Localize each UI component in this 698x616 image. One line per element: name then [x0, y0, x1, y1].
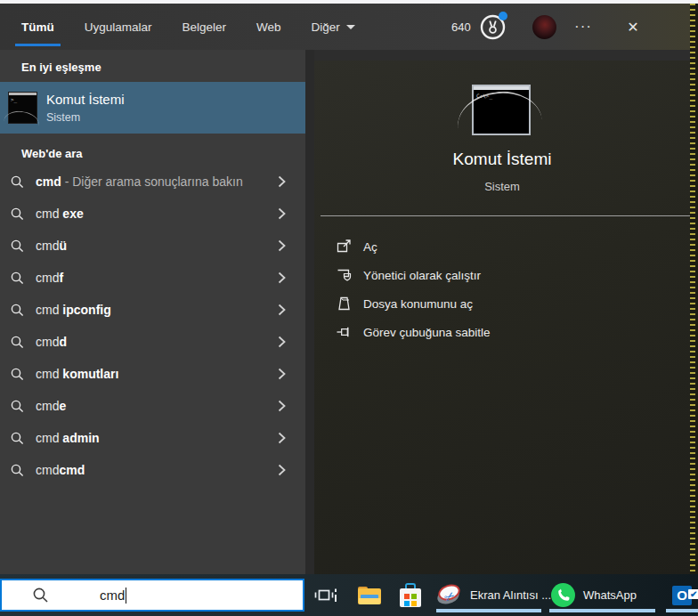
web-suggestion-row[interactable]: cmd exe	[0, 198, 305, 230]
tab-web-label: Web	[256, 20, 281, 34]
action-label: Dosya konumunu aç	[363, 297, 473, 311]
chevron-right-icon[interactable]	[278, 207, 286, 220]
chevron-right-icon[interactable]	[278, 272, 286, 284]
results-panel: En iyi eşleşme Komut İstemi Sistem Web'd…	[0, 50, 305, 579]
snip-sketch-label: Ekran Alıntısı ...	[470, 588, 551, 602]
desktop-background-sliver	[690, 4, 698, 574]
close-button[interactable]: ✕	[617, 4, 649, 50]
action-label: Yönetici olarak çalıştır	[363, 269, 481, 282]
preview-separator	[321, 215, 690, 216]
microsoft-store-button[interactable]	[400, 574, 421, 616]
file-explorer-button[interactable]	[358, 574, 381, 616]
chevron-right-icon[interactable]	[278, 464, 286, 476]
tab-more[interactable]: Diğer	[312, 4, 355, 50]
preview-action-dosya-konumunu-a-[interactable]: Dosya konumunu aç	[314, 289, 690, 318]
search-icon	[11, 400, 24, 413]
search-icon	[11, 336, 24, 349]
windows-search-screen: Tümü Uygulamalar Belgeler Web Diğer 640	[0, 0, 698, 616]
best-match-title: Komut İstemi	[46, 92, 125, 107]
suggestion-text: cmdü	[36, 239, 67, 253]
search-icon	[11, 464, 24, 477]
web-suggestion-row[interactable]: cmdcmd	[0, 454, 305, 486]
search-icon	[11, 304, 24, 317]
panel-divider-top	[314, 50, 690, 61]
more-options-button[interactable]: ···	[574, 4, 592, 50]
user-avatar[interactable]	[532, 15, 556, 39]
search-icon	[11, 239, 24, 253]
best-match-header: En iyi eşleşme	[21, 61, 101, 74]
rewards-badge[interactable]: 640	[451, 4, 507, 50]
web-suggestion-row[interactable]: cmd - Diğer arama sonuçlarına bakın	[0, 166, 305, 198]
ellipsis-icon: ···	[574, 18, 592, 36]
running-indicator-outlook	[666, 609, 698, 612]
web-search-header: Web'de ara	[21, 147, 83, 160]
suggestion-text: cmd - Diğer arama sonuçlarına bakın	[36, 174, 243, 189]
preview-action-g-rev-ubu-una-sabitle[interactable]: Görev çubuğuna sabitle	[314, 318, 690, 346]
icon-titlebar	[474, 86, 529, 90]
chevron-right-icon[interactable]	[278, 368, 286, 380]
web-suggestion-row[interactable]: cmdd	[0, 326, 305, 358]
web-suggestion-row[interactable]: cmd ipconfig	[0, 294, 305, 326]
tab-web[interactable]: Web	[256, 4, 281, 50]
file-explorer-icon	[358, 587, 381, 604]
search-icon	[11, 272, 24, 285]
suggestion-text: cmd admin	[36, 431, 100, 445]
preview-app-title: Komut İstemi	[314, 150, 690, 169]
search-filter-header: Tümü Uygulamalar Belgeler Web Diğer 640	[0, 4, 690, 50]
microsoft-store-icon	[400, 583, 421, 607]
outlook-icon: O ✔	[672, 586, 698, 605]
pin-to-taskbar-icon	[337, 325, 352, 339]
chevron-right-icon[interactable]	[278, 304, 286, 316]
rewards-medal-icon	[479, 13, 507, 41]
filter-tabs: Tümü Uygulamalar Belgeler Web Diğer	[21, 4, 355, 50]
preview-action-y-netici-olarak-al-t-r[interactable]: Yönetici olarak çalıştır	[314, 261, 690, 289]
suggestion-text: cmd ipconfig	[36, 303, 111, 317]
search-query-text: cmd	[100, 588, 126, 604]
panel-divider	[305, 50, 314, 579]
web-suggestion-row[interactable]: cmdü	[0, 230, 305, 262]
chevron-right-icon[interactable]	[278, 400, 286, 412]
best-match-subtitle: Sistem	[46, 111, 125, 124]
snip-sketch-icon: ✂	[437, 583, 462, 607]
running-indicator-snip	[436, 609, 541, 612]
open-file-location-icon	[337, 296, 352, 311]
web-suggestion-row[interactable]: cmd admin	[0, 422, 305, 454]
search-input[interactable]: cmd	[0, 579, 304, 612]
chevron-right-icon[interactable]	[278, 432, 286, 444]
open-icon	[337, 239, 352, 254]
search-icon	[32, 587, 49, 604]
preview-panel: Komut İstemi Sistem AçYönetici olarak ça…	[314, 61, 690, 579]
task-view-button[interactable]	[313, 574, 337, 616]
action-list: AçYönetici olarak çalıştırDosya konumunu…	[314, 232, 690, 346]
suggestion-text: cmd exe	[36, 207, 84, 221]
search-query-value: cmd	[100, 588, 125, 603]
best-match-result[interactable]: Komut İstemi Sistem	[0, 82, 305, 134]
search-icon	[11, 432, 24, 445]
tab-more-label: Diğer	[312, 20, 340, 34]
notification-dot	[499, 12, 507, 20]
tab-apps[interactable]: Uygulamalar	[85, 4, 152, 50]
suggestion-text: cmd komutları	[36, 367, 118, 381]
preview-app-subtitle: Sistem	[314, 180, 690, 193]
running-indicator-whatsapp	[549, 609, 655, 612]
suggestion-text: cmdcmd	[36, 463, 85, 477]
command-prompt-large-icon	[472, 85, 531, 135]
web-suggestion-row[interactable]: cmd komutları	[0, 358, 305, 390]
chevron-right-icon[interactable]	[278, 336, 286, 348]
chevron-down-icon	[346, 25, 355, 29]
tab-all-label: Tümü	[21, 20, 54, 34]
web-suggestion-row[interactable]: cmde	[0, 390, 305, 422]
tab-documents[interactable]: Belgeler	[183, 4, 227, 50]
text-caret	[126, 588, 126, 604]
run-as-admin-icon	[337, 268, 352, 282]
whatsapp-icon	[551, 583, 575, 607]
preview-action-a-[interactable]: Aç	[314, 232, 690, 261]
search-icon	[11, 207, 24, 221]
web-suggestion-row[interactable]: cmdf	[0, 262, 305, 294]
suggestion-text: cmdf	[36, 271, 63, 285]
tab-all[interactable]: Tümü	[21, 4, 54, 50]
chevron-right-icon[interactable]	[278, 175, 286, 188]
close-icon: ✕	[627, 19, 638, 36]
chevron-right-icon[interactable]	[278, 239, 286, 252]
suggestion-text: cmdd	[36, 335, 67, 349]
